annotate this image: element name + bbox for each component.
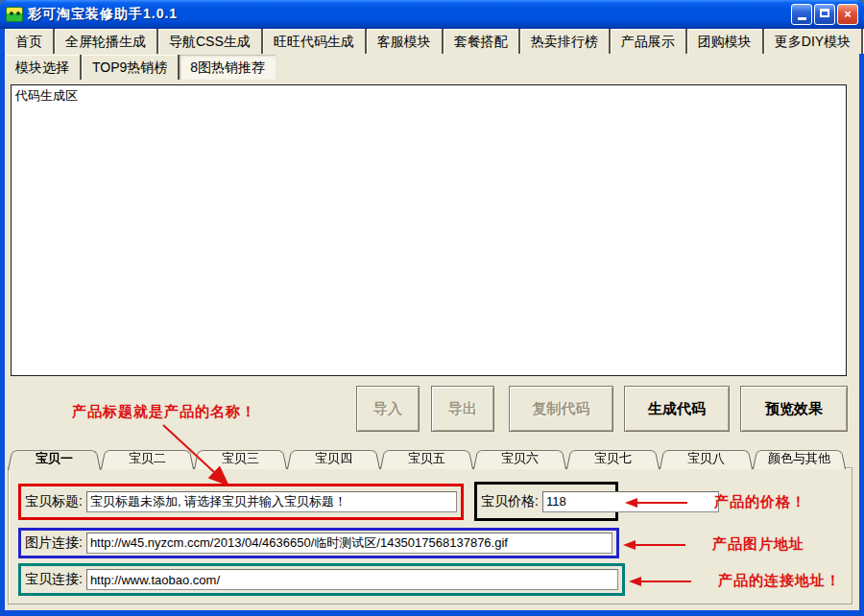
preview-button[interactable]: 预览效果 [740,386,848,432]
tab-baobei-3[interactable]: 宝贝三 [194,448,287,468]
code-output-text: 代码生成区 [15,88,78,103]
minimize-button[interactable] [791,4,812,25]
tab-color-other[interactable]: 颜色与其他 [753,448,846,468]
toolbar-item-hot-ranking[interactable]: 热卖排行榜 [520,29,611,54]
arrow-left-icon [623,540,636,550]
toolbar-item-wangwang-code[interactable]: 旺旺代码生成 [263,29,367,54]
export-button[interactable]: 导出 [431,386,494,432]
tab-baobei-6[interactable]: 宝贝六 [473,448,566,468]
tab-baobei-5[interactable]: 宝贝五 [380,448,473,468]
image-link-group: 图片连接: [18,528,619,558]
toolbar-item-home[interactable]: 首页 [5,29,55,54]
client-area: 首页 全屏轮播生成 导航CSS生成 旺旺代码生成 客服模块 套餐搭配 热卖排行榜… [5,29,859,610]
tab-baobei-2[interactable]: 宝贝二 [101,448,194,468]
app-window: 彩可淘宝装修助手1.0.1 × 首页 全屏轮播生成 导航CSS生成 旺旺代码生成… [0,0,864,616]
generate-code-button[interactable]: 生成代码 [624,386,730,432]
copy-code-button[interactable]: 复制代码 [509,386,613,432]
product-title-group: 宝贝标题: [18,484,464,520]
maximize-button[interactable] [814,4,835,25]
close-button[interactable]: × [837,4,858,25]
image-link-input[interactable] [86,533,612,554]
product-link-label: 宝贝连接: [25,571,83,588]
product-title-input[interactable] [86,491,457,512]
maximize-icon [820,9,829,17]
toolbar-item-module-select[interactable]: 模块选择 [5,55,82,80]
toolbar-row-2: 模块选择 TOP9热销榜 8图热销推荐 [5,55,276,80]
tab-baobei-8[interactable]: 宝贝八 [660,448,753,468]
close-icon: × [844,7,852,21]
toolbar-item-customer-service[interactable]: 客服模块 [367,29,444,54]
code-output-area[interactable]: 代码生成区 [11,84,847,376]
toolbar-item-8pic-hot[interactable]: 8图热销推荐 [180,55,276,80]
product-tab-panel: 宝贝标题: 宝贝价格: 产品的价格！ 图片连接: 产品图片地址 [8,467,852,604]
tab-baobei-1[interactable]: 宝贝一 [8,448,101,468]
toolbar-item-product-display[interactable]: 产品展示 [611,29,687,54]
toolbar-item-group-buy[interactable]: 团购模块 [687,29,764,54]
import-button[interactable]: 导入 [356,386,420,432]
product-title-annotation: 产品标题就是产品的名称！ [72,403,256,421]
product-title-label: 宝贝标题: [25,493,83,510]
app-logo-icon [6,7,23,22]
tab-baobei-7[interactable]: 宝贝七 [566,448,660,468]
product-price-group: 宝贝价格: [474,482,618,521]
image-link-label: 图片连接: [25,534,83,552]
arrow-left-icon [625,498,637,508]
product-tabstrip: 宝贝一 宝贝二 宝贝三 宝贝四 宝贝五 宝贝六 宝贝七 宝贝八 颜色与其他 [8,448,846,468]
image-annotation: 产品图片地址 [623,535,804,554]
toolbar-row-1: 首页 全屏轮播生成 导航CSS生成 旺旺代码生成 客服模块 套餐搭配 热卖排行榜… [5,29,864,54]
toolbar-item-nav-css[interactable]: 导航CSS生成 [158,29,263,54]
window-title: 彩可淘宝装修助手1.0.1 [28,6,178,23]
product-link-input[interactable] [86,569,618,590]
title-bar: 彩可淘宝装修助手1.0.1 × [0,0,864,29]
toolbar-item-more-diy[interactable]: 更多DIY模块 [764,29,863,54]
minimize-icon [798,17,806,20]
product-price-label: 宝贝价格: [481,493,539,510]
toolbar-item-fullscreen-carousel[interactable]: 全屏轮播生成 [55,29,158,54]
price-annotation: 产品的价格！ [625,493,806,511]
link-annotation: 产品的连接地址！ [629,572,841,590]
arrow-left-icon [629,577,641,586]
toolbar-item-top9-hot[interactable]: TOP9热销榜 [82,55,180,80]
toolbar-item-package-match[interactable]: 套餐搭配 [444,29,520,54]
product-link-group: 宝贝连接: [18,563,625,596]
tab-baobei-4[interactable]: 宝贝四 [287,448,380,468]
